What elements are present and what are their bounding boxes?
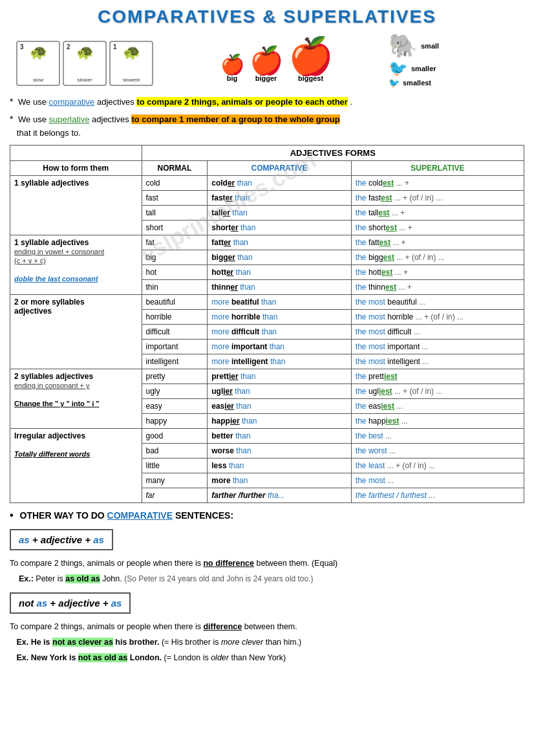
card-3: 3 🐢 slow <box>16 41 60 86</box>
formula-plus-3: + <box>50 598 58 609</box>
explain-2b: between them. <box>244 622 297 631</box>
ex3-highlight: not as old as <box>78 653 127 662</box>
super-little: the least ... + (of / in) ... <box>351 459 524 473</box>
card-label-1: slowest <box>123 77 140 83</box>
formula-plus-2: + <box>85 534 93 545</box>
star-1: * <box>10 96 13 107</box>
other-way-title: • OTHER WAY TO DO COMPARATIVE SENTENCES: <box>10 510 524 521</box>
comp-beautiful: more beatiful than <box>208 295 352 310</box>
ex2-italic: more clever <box>221 638 263 647</box>
category-irregular: Irregular adjectives Totally different w… <box>10 429 142 503</box>
star-2: * <box>10 114 13 124</box>
super-far: the farthest / furthest ... <box>351 488 524 503</box>
formula-box-1: as + adjective + as <box>10 529 113 550</box>
normal-many: many <box>142 473 208 488</box>
formula-as-3: as <box>37 598 48 609</box>
explain-1-no-diff: no difference <box>203 559 254 568</box>
comp-fat: fatter than <box>208 235 352 250</box>
animal-label-smaller: smaller <box>411 65 436 72</box>
example-1: Ex.: Peter is as old as John. (So Peter … <box>10 572 524 585</box>
explain-text-1: To compare 2 things, animals or people w… <box>10 557 524 570</box>
table-row: Irregular adjectives Totally different w… <box>10 429 524 444</box>
animal-row-smallest: 🐦 smallest <box>389 78 431 88</box>
ex1-john: John. <box>102 574 122 583</box>
comp-good: better than <box>208 429 352 444</box>
intro-text-1b: adjectives <box>97 97 136 107</box>
animal-row-smaller: 🐦 smaller <box>389 59 436 78</box>
formula-plus-4: + <box>103 598 111 609</box>
ex1-paren: (So Peter is 24 years old and John is 24… <box>124 574 313 583</box>
apple-icon-bigger: 🍎 <box>250 47 283 74</box>
comp-hot: hotter than <box>208 265 352 280</box>
adj-forms-header: ADJECTIVES FORMS <box>142 146 524 161</box>
card-num-2: 2 <box>67 43 70 50</box>
super-ugly: the ugliest ... + (of / in) ... <box>351 384 524 399</box>
explain-1b: between them. (Equal) <box>256 559 337 568</box>
turtle-icon-3: 🐢 <box>30 44 47 61</box>
comp-thin: thinner than <box>208 280 352 295</box>
cards-area: 3 🐢 slow 2 🐢 slower 1 🐢 slowest <box>16 34 165 86</box>
category-2syl: 2 or more syllablesadjectives <box>10 295 142 369</box>
other-way-text: OTHER WAY TO DO <box>20 510 107 521</box>
intro-text-1a: We use <box>18 97 48 107</box>
comp-big: bigger than <box>208 250 352 265</box>
apple-biggest: 🍎 biggest <box>288 38 334 82</box>
turtle-icon-1: 🐢 <box>123 44 140 61</box>
comp-many: more than <box>208 473 352 488</box>
normal-far: far <box>142 488 208 503</box>
intro-text-2b: adjectives <box>92 114 131 124</box>
comp-important: more important than <box>208 340 352 354</box>
super-pretty: the prettiest <box>351 369 524 384</box>
normal-intelligent: intelligent <box>142 354 208 369</box>
animal-row-small: 🐘 small <box>389 32 439 59</box>
col-how-sub: How to form them <box>10 161 142 176</box>
comp-easy: easier than <box>208 399 352 414</box>
comp-short: shorter than <box>208 221 352 235</box>
ex1-label: Ex.: <box>19 574 34 583</box>
ex3-paren2: than New York) <box>229 653 286 662</box>
comp-bad: worse than <box>208 444 352 459</box>
card-num-3: 3 <box>20 43 24 50</box>
ex3-london: London. <box>130 653 162 662</box>
ex2-brother: his brother. <box>115 638 159 647</box>
comp-cold: colder than <box>208 176 352 191</box>
example-3: Ex. New York is not as old as London. (=… <box>10 651 524 664</box>
super-happy: the happiest ... <box>351 414 524 429</box>
explain-1a: To compare 2 things, animals or people w… <box>10 559 201 568</box>
col-how-header <box>10 146 142 161</box>
apples-area: 🍎 big 🍎 bigger 🍎 biggest <box>189 38 364 82</box>
normal-good: good <box>142 429 208 444</box>
normal-horrible: horrible <box>142 310 208 325</box>
card-label-3: slow <box>33 77 43 83</box>
bullet-icon: • <box>10 510 14 521</box>
category-1syl: 1 syllable adjectives <box>10 176 142 235</box>
intro-section: * We use comparative adjectives to compa… <box>10 94 524 140</box>
card-2: 2 🐢 slower <box>63 41 107 86</box>
super-many: the most ... <box>351 473 524 488</box>
ex2-paren: (= His brother is <box>162 638 221 647</box>
col-comp-header: COMPARATIVE <box>208 161 352 176</box>
intro-highlight-2: to compare 1 member of a group to the wh… <box>131 114 339 124</box>
super-intelligent: the most intelligent ... <box>351 354 524 369</box>
turtle-icon-2: 🐢 <box>76 44 94 61</box>
elephant-icon: 🐘 <box>389 32 418 59</box>
comp-pretty: prettier than <box>208 369 352 384</box>
apple-big: 🍎 big <box>220 55 244 82</box>
ex2-highlight: not as clever as <box>52 638 113 647</box>
card-label-2: slower <box>77 77 92 83</box>
apple-label-bigger: bigger <box>255 74 277 82</box>
comparative-link-2[interactable]: COMPARATIVE <box>107 510 173 521</box>
col-super-header: SUPERLATIVE <box>351 161 524 176</box>
apple-label-big: big <box>227 74 238 82</box>
superlative-link[interactable]: superlative <box>49 114 90 124</box>
ex3-label: Ex. <box>16 653 28 662</box>
comparative-link[interactable]: comparative <box>49 97 95 107</box>
table-row: 2 syllables adjectives ending in consona… <box>10 369 524 384</box>
ex3-ny: New York is <box>31 653 78 662</box>
super-bad: the worst ... <box>351 444 524 459</box>
ex1-highlight: as old as <box>65 574 100 583</box>
small-bird-icon: 🐦 <box>389 78 400 88</box>
intro-text-1c: . <box>350 97 353 107</box>
formula-box-2: not as + adjective + as <box>10 592 131 614</box>
super-difficult: the most difficult ... <box>351 325 524 340</box>
